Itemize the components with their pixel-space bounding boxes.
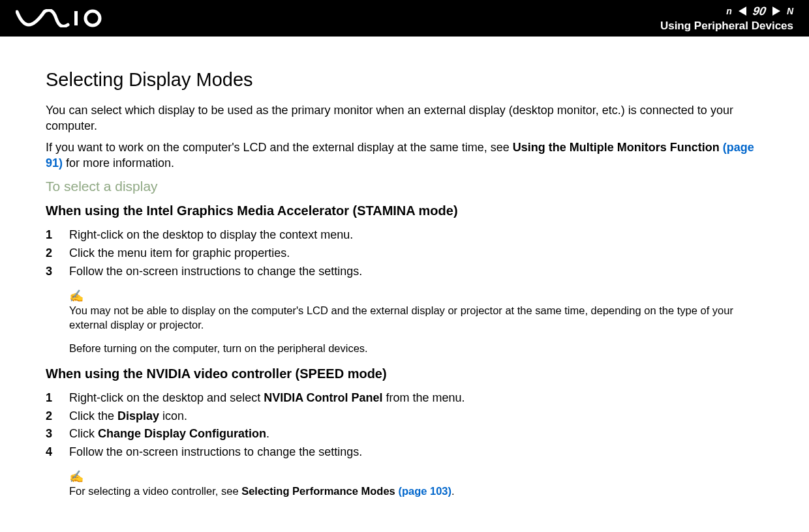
- step-number: 1: [46, 389, 69, 407]
- nav-n-right: N: [787, 6, 793, 16]
- page-title: Selecting Display Modes: [46, 69, 763, 91]
- mode2-title: When using the NVIDIA video controller (…: [46, 366, 763, 381]
- note-icon: ✍: [69, 471, 763, 482]
- note-text: For selecting a video controller, see Se…: [69, 484, 763, 498]
- svg-rect-0: [74, 11, 78, 25]
- list-item: 2 Click the menu item for graphic proper…: [46, 244, 763, 263]
- list-item: 4 Follow the on-screen instructions to c…: [46, 443, 763, 462]
- nav-n-left: n: [726, 6, 732, 16]
- intro-paragraph-1: You can select which display to be used …: [46, 102, 763, 134]
- page-nav: n 90 N: [726, 5, 793, 18]
- intro-paragraph-2: If you want to work on the computer's LC…: [46, 140, 763, 171]
- step-text: Right-click on the desktop and select NV…: [69, 389, 465, 407]
- step-text: Follow the on-screen instructions to cha…: [69, 443, 362, 462]
- list-item: 3 Follow the on-screen instructions to c…: [46, 263, 763, 281]
- mode2-steps: 1 Right-click on the desktop and select …: [46, 389, 763, 462]
- prev-page-arrow-icon[interactable]: [739, 7, 746, 16]
- list-item: 1 Right-click on the desktop and select …: [46, 389, 763, 407]
- mode1-title: When using the Intel Graphics Media Acce…: [46, 203, 763, 218]
- subheading: To select a display: [46, 179, 763, 194]
- vaio-logo: [16, 0, 107, 37]
- step-text: Click Change Display Configuration.: [69, 425, 269, 443]
- step-text: Click the Display icon.: [69, 407, 187, 426]
- step-text: Right-click on the desktop to display th…: [69, 226, 353, 244]
- svg-point-1: [85, 11, 100, 25]
- list-item: 2 Click the Display icon.: [46, 407, 763, 426]
- step-number: 3: [46, 425, 69, 443]
- step-text: Follow the on-screen instructions to cha…: [69, 263, 362, 281]
- page-103-link[interactable]: (page 103): [398, 485, 451, 497]
- mode1-steps: 1 Right-click on the desktop to display …: [46, 226, 763, 281]
- intro2-text-c: for more information.: [63, 156, 174, 170]
- step-number: 4: [46, 443, 69, 462]
- step-number: 2: [46, 407, 69, 426]
- step-number: 1: [46, 226, 69, 244]
- page-number: 90: [752, 5, 767, 18]
- step-number: 2: [46, 244, 69, 263]
- section-title: Using Peripheral Devices: [660, 20, 793, 33]
- header-bar: n 90 N Using Peripheral Devices: [0, 0, 809, 37]
- list-item: 1 Right-click on the desktop to display …: [46, 226, 763, 244]
- note-text-b: Before turning on the computer, turn on …: [69, 341, 763, 355]
- step-number: 3: [46, 263, 69, 281]
- header-nav-block: n 90 N Using Peripheral Devices: [660, 5, 793, 33]
- note-block-2: ✍ For selecting a video controller, see …: [69, 471, 763, 498]
- note-icon: ✍: [69, 290, 763, 302]
- note-block-1: ✍ You may not be able to display on the …: [69, 290, 763, 356]
- intro2-text-a: If you want to work on the computer's LC…: [46, 141, 513, 154]
- intro2-bold: Using the Multiple Monitors Function: [513, 141, 723, 154]
- step-text: Click the menu item for graphic properti…: [69, 244, 290, 263]
- page-content: Selecting Display Modes You can select w…: [0, 37, 809, 498]
- next-page-arrow-icon[interactable]: [772, 7, 780, 16]
- note-text: You may not be able to display on the co…: [69, 303, 763, 332]
- list-item: 3 Click Change Display Configuration.: [46, 425, 763, 443]
